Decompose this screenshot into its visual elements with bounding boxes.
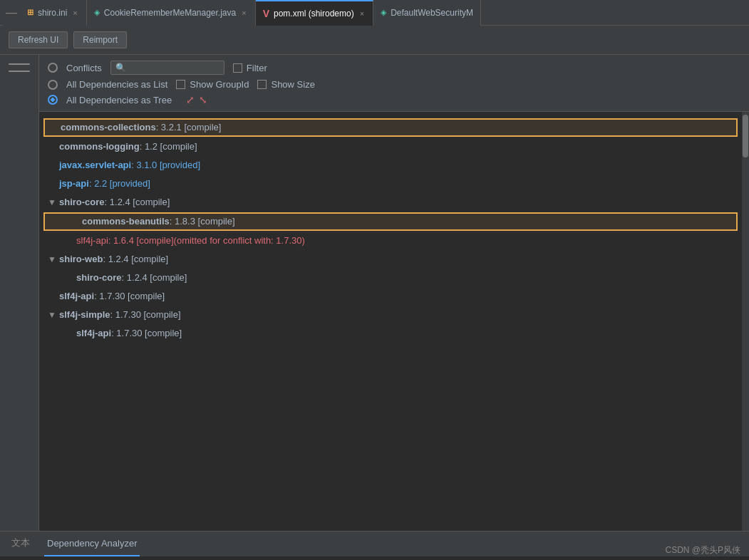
radio-all-list[interactable] <box>48 80 58 90</box>
conflicts-label: Conflicts <box>66 63 102 73</box>
dep-name-commons-logging: commons-logging <box>59 139 140 155</box>
tab-cookie-label: CookieRememberMeManager.java <box>104 8 236 18</box>
content-panel: Conflicts 🔍 Filter All Dependencies as L… <box>39 55 749 531</box>
left-panel-line-2 <box>9 71 30 72</box>
dep-name-javax-servlet-api: javax.servlet-api <box>59 157 131 173</box>
tree-item-shiro-core[interactable]: ▼shiro-core : 1.2.4 [compile] <box>39 193 742 212</box>
tree-item-commons-beanutils[interactable]: commons-beanutils : 1.8.3 [compile] <box>43 212 738 231</box>
tab-wenben-label: 文本 <box>11 536 30 549</box>
watermark: CSDN @秃头P风侠 <box>665 544 740 556</box>
all-deps-list-label: All Dependencies as List <box>66 79 167 90</box>
reimport-button[interactable]: Reimport <box>73 31 127 48</box>
collapse-all-icon[interactable]: ⤡ <box>199 94 207 105</box>
dep-name-slf4j-api-child: slf4j-api <box>76 326 111 341</box>
toolbar: Refresh UI Reimport <box>0 26 749 55</box>
option-row-conflicts: Conflicts 🔍 Filter <box>48 61 740 75</box>
dep-version-shiro-core-child: : 1.2.4 [compile] <box>122 270 187 286</box>
tab-pom[interactable]: V pom.xml (shirodemo) × <box>256 0 373 26</box>
tab-bar: — ⊞ shiro.ini × ◈ CookieRememberMeManage… <box>0 0 749 26</box>
show-groupid-label: Show GroupId <box>190 79 249 90</box>
tree-item-slf4j-api-conflict[interactable]: slf4j-api : 1.6.4 [compile] (omitted for… <box>39 232 742 250</box>
sidebar-toggle[interactable]: — <box>3 0 20 26</box>
left-panel-line-1 <box>9 63 30 65</box>
tree-item-commons-collections[interactable]: commons-collections : 3.2.1 [compile] <box>43 118 738 137</box>
dep-conflict-note-slf4j-api-conflict: (omitted for conflict with: 1.7.30) <box>174 233 305 249</box>
dep-version-slf4j-api-child: : 1.7.30 [compile] <box>111 326 182 341</box>
filter-label: Filter <box>247 63 267 73</box>
expand-icons: ⤢ ⤡ <box>186 94 207 105</box>
toggle-shiro-core[interactable]: ▼ <box>48 195 56 210</box>
dep-name-slf4j-api: slf4j-api <box>59 289 94 304</box>
tab-dep-analyzer-label: Dependency Analyzer <box>47 538 137 549</box>
main-content: Conflicts 🔍 Filter All Dependencies as L… <box>0 55 749 531</box>
radio-conflicts[interactable] <box>48 63 58 73</box>
dep-name-jsp-api: jsp-api <box>59 176 89 192</box>
show-groupid-wrap[interactable]: Show GroupId <box>176 79 249 90</box>
dep-version-slf4j-api-conflict: : 1.6.4 [compile] <box>108 233 174 249</box>
dep-name-shiro-core: shiro-core <box>59 195 105 210</box>
dep-version-commons-logging: : 1.2 [compile] <box>140 139 197 155</box>
tree-item-slf4j-api[interactable]: slf4j-api : 1.7.30 [compile] <box>39 287 742 306</box>
scrollbar[interactable] <box>742 112 749 531</box>
expand-all-icon[interactable]: ⤢ <box>186 94 195 105</box>
dep-version-javax-servlet-api: : 3.1.0 [provided] <box>131 157 200 173</box>
dep-name-slf4j-api-conflict: slf4j-api <box>76 233 108 249</box>
tree-item-javax-servlet-api[interactable]: javax.servlet-api : 3.1.0 [provided] <box>39 156 742 175</box>
dep-version-jsp-api: : 2.2 [provided] <box>89 176 150 192</box>
refresh-ui-button[interactable]: Refresh UI <box>9 31 68 48</box>
search-box[interactable]: 🔍 <box>110 61 224 75</box>
toggle-slf4j-simple[interactable]: ▼ <box>48 307 56 323</box>
option-row-tree: All Dependencies as Tree ⤢ ⤡ <box>48 94 740 105</box>
default-icon: ◈ <box>381 8 386 17</box>
tree-item-shiro-web[interactable]: ▼shiro-web : 1.2.4 [compile] <box>39 250 742 269</box>
dep-name-commons-beanutils: commons-beanutils <box>82 214 170 229</box>
search-input[interactable] <box>129 63 215 73</box>
tree-item-jsp-api[interactable]: jsp-api : 2.2 [provided] <box>39 175 742 193</box>
dep-version-shiro-core: : 1.2.4 [compile] <box>105 195 170 210</box>
dep-name-slf4j-simple: slf4j-simple <box>59 307 110 323</box>
option-row-list: All Dependencies as List Show GroupId Sh… <box>48 79 740 90</box>
tab-pom-close[interactable]: × <box>358 8 366 19</box>
all-deps-tree-label: All Dependencies as Tree <box>66 95 172 105</box>
radio-all-tree[interactable] <box>48 95 58 105</box>
dep-version-slf4j-simple: : 1.7.30 [compile] <box>110 307 181 323</box>
scrollbar-thumb[interactable] <box>743 115 748 157</box>
dep-version-commons-collections: : 3.2.1 [compile] <box>156 120 222 135</box>
dep-version-commons-beanutils: : 1.8.3 [compile] <box>170 214 235 229</box>
shiro-icon: ⊞ <box>27 8 33 17</box>
left-panel <box>0 55 39 531</box>
tree-item-slf4j-simple[interactable]: ▼slf4j-simple : 1.7.30 [compile] <box>39 306 742 324</box>
tree-wrapper: commons-collections : 3.2.1 [compile] co… <box>39 112 749 531</box>
show-size-label: Show Size <box>271 79 314 90</box>
toggle-shiro-web[interactable]: ▼ <box>48 252 56 267</box>
tab-default[interactable]: ◈ DefaultWebSecurityM <box>373 0 481 26</box>
dep-version-slf4j-api: : 1.7.30 [compile] <box>94 289 165 304</box>
search-icon: 🔍 <box>115 63 126 73</box>
show-size-wrap[interactable]: Show Size <box>257 79 314 90</box>
tree-item-slf4j-api-child[interactable]: slf4j-api : 1.7.30 [compile] <box>39 324 742 343</box>
dep-name-commons-collections: commons-collections <box>61 120 156 135</box>
tree-item-shiro-core-child[interactable]: shiro-core : 1.2.4 [compile] <box>39 269 742 287</box>
tab-shiro-label: shiro.ini <box>38 8 67 18</box>
tab-shiro-close[interactable]: × <box>71 7 78 19</box>
show-size-checkbox[interactable] <box>257 80 267 89</box>
dep-version-shiro-web: : 1.2.4 [compile] <box>103 252 168 267</box>
tree-item-commons-logging[interactable]: commons-logging : 1.2 [compile] <box>39 138 742 156</box>
tab-cookie[interactable]: ◈ CookieRememberMeManager.java × <box>87 0 256 26</box>
tab-default-label: DefaultWebSecurityM <box>391 8 473 18</box>
tree-area[interactable]: commons-collections : 3.2.1 [compile] co… <box>39 112 742 531</box>
filter-wrap[interactable]: Filter <box>233 63 267 73</box>
dep-name-shiro-core-child: shiro-core <box>76 270 122 286</box>
show-groupid-checkbox[interactable] <box>176 80 185 89</box>
cookie-icon: ◈ <box>94 8 100 17</box>
tab-pom-label: pom.xml (shirodemo) <box>274 9 354 19</box>
tab-dependency-analyzer[interactable]: Dependency Analyzer <box>44 531 140 556</box>
options-bar: Conflicts 🔍 Filter All Dependencies as L… <box>39 55 749 112</box>
tab-wenben[interactable]: 文本 <box>9 531 33 556</box>
bottom-bar: 文本 Dependency Analyzer CSDN @秃头P风侠 <box>0 531 749 556</box>
tab-cookie-close[interactable]: × <box>240 7 247 19</box>
pom-icon: V <box>263 8 269 19</box>
filter-checkbox[interactable] <box>233 63 242 73</box>
dep-name-shiro-web: shiro-web <box>59 252 103 267</box>
tab-shiro[interactable]: ⊞ shiro.ini × <box>20 0 87 26</box>
